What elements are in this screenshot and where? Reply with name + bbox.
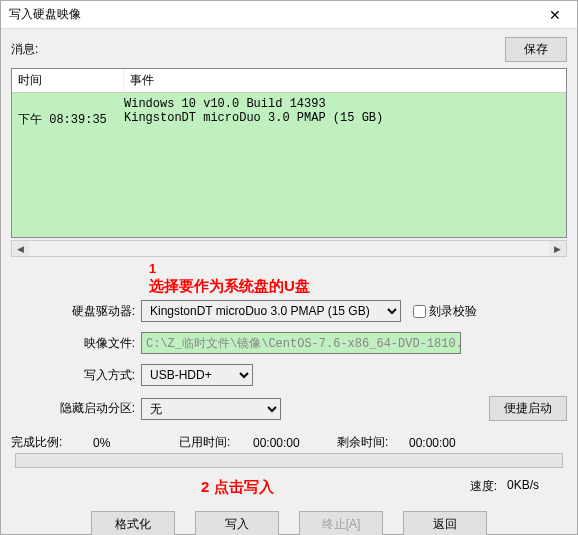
back-button[interactable]: 返回	[403, 511, 487, 535]
speed-label: 速度:	[470, 478, 497, 497]
elapsed-value: 00:00:00	[253, 436, 337, 450]
speed-value: 0KB/s	[507, 478, 567, 497]
write-method-select[interactable]: USB-HDD+	[141, 364, 253, 386]
scroll-left-icon[interactable]: ◀	[12, 241, 29, 256]
image-label: 映像文件:	[11, 335, 141, 352]
hidden-partition-label: 隐藏启动分区:	[11, 400, 141, 417]
progress-bar	[15, 453, 563, 468]
log-header: 时间 事件	[12, 69, 566, 93]
remain-value: 00:00:00	[409, 436, 481, 450]
content-area: 消息: 保存 时间 事件 Windows 10 v10.0 Build 1439…	[1, 29, 577, 535]
elapsed-label: 已用时间:	[179, 434, 253, 451]
log-body: Windows 10 v10.0 Build 14393 下午 08:39:35…	[12, 93, 566, 237]
progress-row: 完成比例: 0% 已用时间: 00:00:00 剩余时间: 00:00:00	[11, 434, 567, 451]
write-button[interactable]: 写入	[195, 511, 279, 535]
close-button[interactable]: ✕	[533, 1, 577, 29]
scroll-right-icon[interactable]: ▶	[549, 241, 566, 256]
image-path-field[interactable]: C:\Z_临时文件\镜像\CentOS-7.6-x86_64-DVD-1810.…	[141, 332, 461, 354]
horizontal-scrollbar[interactable]: ◀ ▶	[11, 240, 567, 257]
log-col-event[interactable]: 事件	[124, 69, 566, 92]
drive-label: 硬盘驱动器:	[11, 303, 141, 320]
format-button[interactable]: 格式化	[91, 511, 175, 535]
stop-button: 终止[A]	[299, 511, 383, 535]
annotation-2: 2 点击写入	[201, 478, 274, 497]
log-listview[interactable]: 时间 事件 Windows 10 v10.0 Build 14393 下午 08…	[11, 68, 567, 238]
verify-checkbox-input[interactable]	[413, 305, 426, 318]
done-value: 0%	[93, 436, 179, 450]
window-title: 写入硬盘映像	[9, 6, 533, 23]
button-row: 格式化 写入 终止[A] 返回	[11, 503, 567, 535]
verify-checkbox[interactable]: 刻录校验	[409, 302, 477, 321]
hidden-partition-select[interactable]: 无	[141, 398, 281, 420]
log-line: Windows 10 v10.0 Build 14393	[18, 97, 560, 111]
convenient-boot-button[interactable]: 便捷启动	[489, 396, 567, 421]
log-col-time[interactable]: 时间	[12, 69, 124, 92]
dialog-window: 写入硬盘映像 ✕ 消息: 保存 时间 事件 Windows 10 v10.0 B…	[0, 0, 578, 535]
remain-label: 剩余时间:	[337, 434, 409, 451]
save-button[interactable]: 保存	[505, 37, 567, 62]
title-bar: 写入硬盘映像 ✕	[1, 1, 577, 29]
info-label: 消息:	[11, 41, 505, 58]
method-label: 写入方式:	[11, 367, 141, 384]
scroll-track[interactable]	[29, 241, 549, 256]
log-line: 下午 08:39:35 KingstonDT microDuo 3.0 PMAP…	[18, 111, 560, 128]
verify-label: 刻录校验	[429, 303, 477, 320]
drive-select[interactable]: KingstonDT microDuo 3.0 PMAP (15 GB)	[141, 300, 401, 322]
done-label: 完成比例:	[11, 434, 93, 451]
annotation-1: 1 选择要作为系统盘的U盘	[149, 259, 567, 295]
